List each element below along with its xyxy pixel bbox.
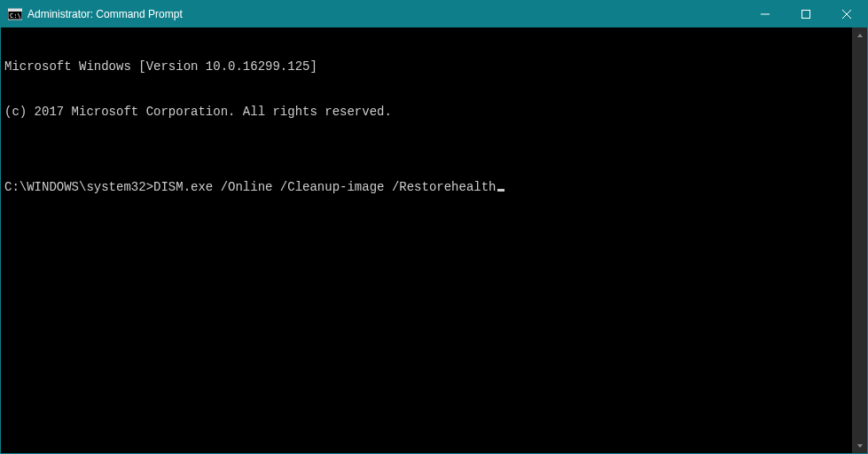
client-area: Microsoft Windows [Version 10.0.16299.12…: [1, 27, 867, 453]
version-line: Microsoft Windows [Version 10.0.16299.12…: [4, 59, 848, 74]
window-controls: [745, 1, 867, 27]
title-bar[interactable]: C:\ Administrator: Command Prompt: [1, 1, 867, 27]
cmd-icon: C:\: [8, 7, 22, 21]
terminal-output[interactable]: Microsoft Windows [Version 10.0.16299.12…: [1, 27, 852, 453]
scroll-up-button[interactable]: [852, 27, 867, 43]
minimize-button[interactable]: [745, 1, 786, 27]
window-title: Administrator: Command Prompt: [27, 8, 745, 20]
prompt-line: C:\WINDOWS\system32>DISM.exe /Online /Cl…: [4, 180, 848, 195]
close-button[interactable]: [826, 1, 867, 27]
prompt-text: C:\WINDOWS\system32>: [4, 180, 153, 194]
vertical-scrollbar[interactable]: [852, 27, 867, 453]
copyright-line: (c) 2017 Microsoft Corporation. All righ…: [4, 105, 848, 120]
cursor: [497, 189, 504, 192]
scroll-track[interactable]: [852, 43, 867, 438]
scroll-down-button[interactable]: [852, 438, 867, 453]
svg-rect-4: [802, 11, 810, 19]
svg-rect-1: [8, 9, 22, 12]
command-text: DISM.exe /Online /Cleanup-image /Restore…: [153, 180, 496, 194]
svg-text:C:\: C:\: [10, 12, 21, 20]
maximize-button[interactable]: [786, 1, 826, 27]
